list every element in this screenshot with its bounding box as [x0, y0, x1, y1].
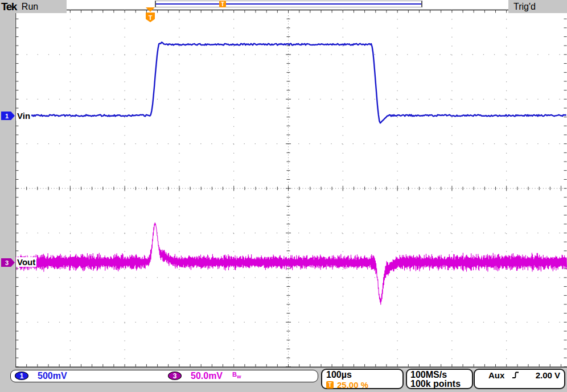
run-status-label: Run — [22, 2, 38, 12]
acquisition-readout[interactable]: 100MS/s 100k points — [406, 369, 473, 389]
horizontal-readout[interactable]: 100µs T 25.00 % — [321, 369, 404, 389]
ch3-scale-readout: 50.0mV — [191, 370, 223, 381]
acquisition-preview-bar[interactable]: T — [155, 1, 422, 7]
status-bar: 1 500mV 3 50.0mV BW 100µs T 25.00 % 100M… — [0, 368, 567, 392]
oscilloscope-screen: Tek Run Trig'd T T 1 Vin 3 Vout 1 500mV … — [0, 0, 567, 392]
ch1-label: Vin — [16, 111, 31, 121]
ch3-vout-waveform — [16, 222, 567, 305]
acq-trigger-position-icon[interactable]: T — [219, 1, 226, 7]
bw-sub: W — [237, 374, 241, 379]
trigger-readout[interactable]: Aux 2.00 V — [474, 369, 565, 389]
record-length-readout: 100k points — [410, 379, 472, 389]
rising-edge-icon — [512, 371, 519, 379]
trigger-position-readout: 25.00 % — [337, 380, 368, 390]
trigger-arrow-icon — [146, 7, 155, 12]
bw-main: B — [232, 371, 237, 378]
ch1-badge: 1 — [15, 372, 28, 380]
ch3-label: Vout — [16, 257, 36, 267]
trigger-source-readout: Aux — [488, 370, 504, 380]
trigger-t-small-icon: T — [326, 381, 334, 389]
header-status-right: Trig'd — [508, 0, 567, 13]
graticule-and-waveforms — [0, 0, 567, 392]
trigger-level-readout: 2.00 V — [536, 370, 560, 380]
bandwidth-limit-icon: BW — [232, 371, 241, 379]
header-status-left: Tek Run — [0, 0, 67, 13]
trigger-position-marker[interactable]: T — [146, 7, 155, 22]
acquisition-window-line — [156, 3, 421, 5]
trigd-status-label: Trig'd — [513, 2, 536, 12]
ch3-badge: 3 — [168, 372, 182, 380]
ch1-scale-readout: 500mV — [38, 370, 67, 381]
trigger-t-icon: T — [146, 13, 155, 22]
graticule-grid — [15, 10, 567, 368]
channel-scales-readout[interactable]: 1 500mV 3 50.0mV BW — [10, 370, 318, 382]
tek-logo: Tek — [1, 1, 17, 13]
timebase-readout: 100µs — [326, 370, 402, 379]
sample-rate-readout: 100MS/s — [410, 370, 472, 379]
